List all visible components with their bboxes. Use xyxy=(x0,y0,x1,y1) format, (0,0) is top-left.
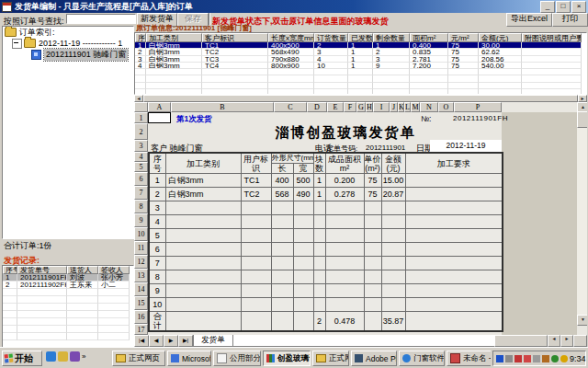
sheet-cell[interactable] xyxy=(165,312,241,332)
sheet-corner[interactable] xyxy=(134,102,148,112)
sheet-column-header[interactable]: C xyxy=(274,102,307,112)
taskbar-task[interactable]: Adobe Photo... xyxy=(351,351,397,366)
sheet-row-header[interactable]: 6 xyxy=(134,172,148,186)
sheet-cell[interactable] xyxy=(381,243,405,257)
sheet-cell[interactable]: 2 xyxy=(149,188,165,201)
sheet-cell[interactable]: 0.200 xyxy=(325,174,364,188)
sheet-cell[interactable] xyxy=(313,243,325,257)
sheet-cell[interactable] xyxy=(165,243,241,257)
taskbar-task[interactable]: 公用部分.tx... xyxy=(213,351,261,366)
sheet-cell[interactable] xyxy=(271,284,293,298)
sheet-cell[interactable] xyxy=(405,174,503,188)
taskbar-task[interactable]: 正式网页 xyxy=(112,351,165,366)
maximize-button[interactable]: □ xyxy=(556,1,571,13)
sheet-cell[interactable]: 9 xyxy=(149,284,165,298)
ie-launch-icon[interactable] xyxy=(46,351,56,362)
scroll-right-icon[interactable]: ► xyxy=(578,95,587,102)
sheet-cell[interactable] xyxy=(165,229,241,243)
sheet-cell[interactable]: 75 xyxy=(364,188,381,201)
taskbar-task[interactable]: 创盈玻璃订... xyxy=(263,351,311,366)
taskbar-task[interactable]: 未命名 - 画图 xyxy=(447,351,491,366)
sheet-cell[interactable] xyxy=(364,229,381,243)
sheet-cell[interactable]: 1 xyxy=(313,174,325,188)
sheet-row-header[interactable]: 7 xyxy=(134,186,148,200)
sheet-cell[interactable] xyxy=(405,257,503,270)
sheet-cell[interactable] xyxy=(325,229,364,243)
sheet-column-header[interactable]: F xyxy=(344,102,356,112)
column-header[interactable]: 订货数量 xyxy=(314,33,348,42)
table-row[interactable] xyxy=(3,311,133,318)
volume-icon[interactable] xyxy=(514,355,522,362)
sheet-cell[interactable]: 0.278 xyxy=(325,188,364,201)
quick-launch-chevron[interactable]: » xyxy=(82,351,85,362)
taskbar-task[interactable]: 门窗软件 门... xyxy=(399,351,445,366)
sheet-column-header[interactable]: D xyxy=(307,102,327,112)
column-header[interactable]: 送货人 xyxy=(67,266,98,274)
sheet-cell[interactable] xyxy=(381,270,405,284)
sheet-cell[interactable]: 2 xyxy=(313,312,325,332)
sheet-cell[interactable] xyxy=(381,257,405,270)
start-button[interactable]: 开始 xyxy=(2,351,42,366)
sheet-column-header[interactable]: P xyxy=(454,102,502,112)
column-header[interactable]: 序号 xyxy=(3,266,17,274)
sheet-cell[interactable]: 1 xyxy=(149,174,165,188)
tree-order-node[interactable]: 2012111901 驰峰门窗 xyxy=(3,49,133,60)
sheet-cell[interactable]: TC2 xyxy=(241,188,271,201)
sheet-cell[interactable] xyxy=(405,229,503,243)
tabbar-scroll-track[interactable] xyxy=(494,335,548,347)
sheet-cell[interactable]: 568 xyxy=(271,188,293,201)
sheet-cell[interactable]: 7 xyxy=(149,257,165,270)
sheet-cell[interactable]: 400 xyxy=(271,174,293,188)
console-icon[interactable] xyxy=(496,355,503,362)
sheet-cell[interactable] xyxy=(271,270,293,284)
sheet-cell[interactable] xyxy=(313,215,325,229)
table-row[interactable]: 12012111901FH刘波张小芳 xyxy=(3,274,133,282)
sheet-cell[interactable] xyxy=(405,270,503,284)
sheet-row-header[interactable]: 12 xyxy=(134,255,148,269)
sheet-cell[interactable] xyxy=(325,284,364,298)
vscroll-thumb[interactable] xyxy=(577,111,587,128)
sheet-cell[interactable] xyxy=(271,298,293,312)
sheet-cell[interactable] xyxy=(241,270,271,284)
sheet-row-header[interactable]: 5 xyxy=(134,162,148,172)
sheet-cell[interactable] xyxy=(271,312,293,332)
sheet-cell[interactable] xyxy=(293,215,313,229)
sheet-cell[interactable]: 490 xyxy=(293,188,313,201)
sheet-column-header[interactable]: N xyxy=(420,102,438,112)
sheet-cell[interactable] xyxy=(165,298,241,312)
column-header[interactable]: 金额(元) xyxy=(479,33,522,42)
table-row[interactable]: 4白钢3mmTC4800x90010197.20075540.00 xyxy=(135,63,586,69)
column-header[interactable]: 签收人 xyxy=(98,266,130,274)
sheet-cell[interactable] xyxy=(405,298,503,312)
sheet-row-header[interactable]: 2 xyxy=(134,123,148,140)
table-row[interactable]: 22012111902FH王东来小二 xyxy=(3,282,133,289)
table-row[interactable] xyxy=(3,296,133,304)
sheet-column-header[interactable]: J xyxy=(390,102,398,112)
table-row[interactable] xyxy=(3,318,133,326)
sheet-row-header[interactable]: 16 xyxy=(134,310,148,324)
first-sheet-icon[interactable]: |◀ xyxy=(134,335,149,347)
sheet-cell[interactable] xyxy=(364,201,381,215)
tree-root-node[interactable]: 订单索引: xyxy=(3,27,133,38)
tab-scroll-left-icon[interactable]: ◄ xyxy=(548,335,560,347)
sheet-cell[interactable] xyxy=(325,215,364,229)
table-row[interactable] xyxy=(3,333,133,340)
sheet-row-header[interactable]: 11 xyxy=(134,241,148,255)
sheet-cell[interactable] xyxy=(364,312,381,332)
sheet-column-header[interactable]: L xyxy=(404,102,411,112)
sheet-cell[interactable] xyxy=(241,201,271,215)
table-row[interactable] xyxy=(3,326,133,333)
sheet-vscrollbar[interactable]: ▲ ▼ xyxy=(577,102,587,324)
sheet-cell[interactable]: 20.87 xyxy=(381,188,405,201)
sheet-row-header[interactable]: 15 xyxy=(134,296,148,310)
column-header[interactable]: 剩余数量 xyxy=(373,33,410,42)
sheet-column-header[interactable]: E xyxy=(327,102,344,112)
sheet-cell[interactable] xyxy=(325,270,364,284)
sheet-cell[interactable] xyxy=(293,243,313,257)
sheet-cell[interactable]: 5 xyxy=(149,229,165,243)
media-launch-icon[interactable] xyxy=(70,351,80,362)
column-header[interactable]: 序号 xyxy=(135,33,146,42)
sheet-cell[interactable] xyxy=(313,270,325,284)
sheet-cell[interactable]: 10 xyxy=(149,298,165,312)
sheet-tab[interactable]: 发货单 xyxy=(193,335,233,347)
